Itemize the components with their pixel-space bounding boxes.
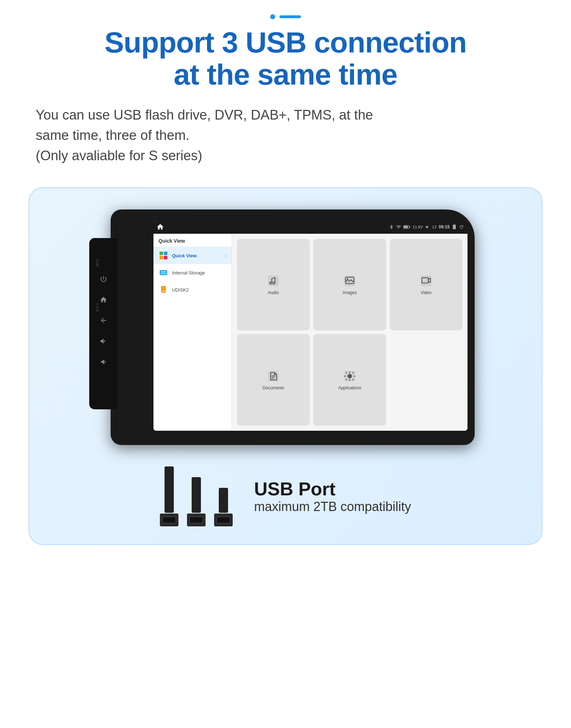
- chevron-icon: ›: [225, 253, 227, 258]
- svg-rect-4: [161, 271, 166, 272]
- mic-label: MIC: [96, 258, 100, 266]
- nav-label-internal-storage: Internal Storage: [172, 270, 205, 275]
- time-display: 09:15: [439, 224, 450, 229]
- usb-info: USB Port maximum 2TB compatibility: [254, 479, 411, 514]
- usb-cable-1: [160, 466, 178, 526]
- nav-item-udisk2[interactable]: 2 UDISK2: [153, 281, 232, 298]
- grid-item-video[interactable]: Video: [390, 239, 463, 330]
- back-button-side[interactable]: [98, 315, 109, 326]
- nav-header: Quick View: [153, 234, 232, 247]
- grid-item-documents[interactable]: Documents: [237, 334, 310, 426]
- svg-rect-9: [163, 288, 164, 288]
- subtitle-block: You can use USB flash drive, DVR, DAB+, …: [36, 105, 535, 166]
- audio-label: Audio: [268, 290, 279, 295]
- svg-rect-5: [161, 273, 166, 274]
- decoration-dash: [279, 15, 301, 18]
- svg-rect-3: [160, 271, 167, 275]
- nav-label-quick-view: Quick View: [172, 253, 197, 258]
- volume-icon: [425, 224, 430, 229]
- car-unit-wrapper: 11.8V 12 09:15: [51, 209, 520, 452]
- svg-rect-10: [268, 275, 279, 286]
- volume-down-button[interactable]: [98, 357, 109, 367]
- svg-rect-2: [410, 226, 410, 228]
- documents-label: Documents: [263, 385, 284, 390]
- car-head-unit: 11.8V 12 09:15: [89, 209, 482, 452]
- documents-icon: [267, 370, 280, 383]
- cable-wire-2: [192, 477, 201, 513]
- applications-icon: [343, 370, 356, 383]
- usb-port-hole-1: [162, 517, 176, 523]
- usb-port-subtitle: maximum 2TB compatibility: [254, 499, 411, 514]
- svg-rect-1: [404, 226, 408, 228]
- decoration-dot: [270, 14, 275, 19]
- left-side-panel: MIC RST: [89, 238, 118, 409]
- cable-wire-1: [165, 466, 174, 513]
- subtitle-line2: same time, three of them.: [36, 125, 535, 146]
- usb-connector-3: [214, 514, 233, 526]
- usb-cable-2: [187, 477, 206, 526]
- grid-item-images[interactable]: Images: [313, 239, 386, 330]
- device-card: 11.8V 12 09:15: [29, 187, 542, 545]
- grid-item-audio[interactable]: Audio: [237, 239, 310, 330]
- refresh-icon: [459, 224, 464, 229]
- screen: 11.8V 12 09:15: [153, 220, 468, 431]
- home-icon[interactable]: [156, 223, 164, 231]
- heading-line2: at the same time: [174, 58, 398, 91]
- usb-connector-1: [160, 514, 178, 526]
- nav-item-quick-view[interactable]: Quick View ›: [153, 247, 232, 264]
- usb-cables: [160, 466, 233, 526]
- storage-svg: [159, 268, 168, 277]
- quick-view-icon: [158, 251, 168, 261]
- svg-rect-14: [421, 275, 431, 286]
- home-button-side[interactable]: [98, 294, 109, 305]
- svg-point-13: [347, 278, 349, 280]
- images-icon: [343, 274, 356, 287]
- images-label: Images: [343, 290, 357, 295]
- usb-cable-3: [214, 488, 233, 526]
- battery-icon: [403, 224, 410, 229]
- subtitle-line1: You can use USB flash drive, DVR, DAB+, …: [36, 105, 535, 125]
- status-bar: 11.8V 12 09:15: [153, 220, 468, 234]
- nav-sidebar: Quick View: [153, 234, 232, 431]
- audio-icon: [267, 274, 280, 287]
- status-bar-left: [156, 223, 164, 231]
- rst-label: RST: [96, 302, 100, 312]
- subtitle-line3: (Only avaliable for S series): [36, 146, 535, 166]
- heading-line1: Support 3 USB connection: [105, 26, 467, 59]
- udisk-icon: 2: [158, 285, 168, 295]
- video-label: Video: [421, 290, 431, 295]
- udisk-svg: 2: [159, 285, 168, 294]
- unit-body: 11.8V 12 09:15: [111, 209, 475, 445]
- main-heading: Support 3 USB connection at the same tim…: [105, 26, 467, 91]
- app-content: Quick View: [153, 234, 468, 431]
- volume-level: 12: [432, 225, 436, 229]
- applications-label: Applications: [338, 385, 362, 390]
- usb-port-hole-3: [217, 517, 230, 523]
- page-container: Support 3 USB connection at the same tim…: [0, 0, 571, 728]
- usb-section: USB Port maximum 2TB compatibility: [51, 459, 520, 526]
- status-bar-right: 11.8V 12 09:15: [389, 224, 464, 229]
- usb-connector-2: [187, 514, 206, 526]
- top-decoration: [270, 14, 301, 19]
- cable-wire-3: [219, 488, 228, 513]
- bluetooth-icon: [389, 224, 394, 229]
- storage-icon: [158, 268, 168, 278]
- voltage-display: 11.8V: [413, 225, 423, 229]
- nav-item-internal-storage[interactable]: Internal Storage: [153, 264, 232, 281]
- usb-port-title: USB Port: [254, 479, 411, 499]
- usb-port-hole-2: [190, 517, 203, 523]
- power-button[interactable]: [98, 274, 109, 284]
- grid-area: Audio Im: [232, 234, 468, 431]
- grid-item-applications[interactable]: Applications: [313, 334, 386, 426]
- screenshot-icon: [452, 224, 457, 229]
- volume-up-button[interactable]: [98, 336, 109, 347]
- wifi-icon: [396, 224, 401, 229]
- nav-label-udisk2: UDISK2: [172, 287, 189, 293]
- video-icon: [420, 274, 433, 287]
